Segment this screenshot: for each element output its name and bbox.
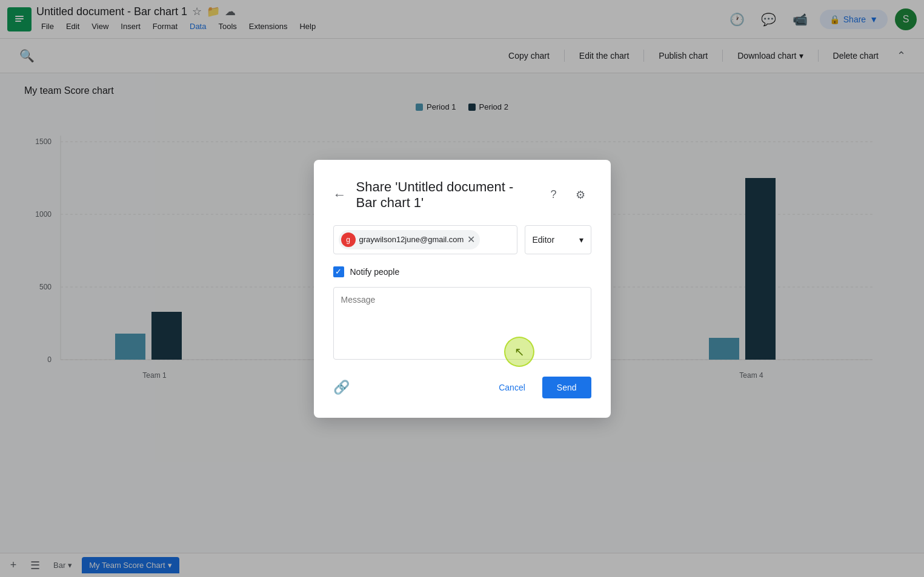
role-label: Editor xyxy=(533,235,555,245)
chip-email-text: graywilson12june@gmail.com xyxy=(359,235,464,244)
modal-icons: ? ⚙ xyxy=(543,184,591,206)
notify-label: Notify people xyxy=(350,267,400,277)
email-input-container[interactable]: g graywilson12june@gmail.com ✕ xyxy=(333,225,517,254)
share-input-row: g graywilson12june@gmail.com ✕ Editor ▾ xyxy=(333,225,591,254)
copy-link-icon[interactable]: 🔗 xyxy=(333,380,350,395)
settings-icon[interactable]: ⚙ xyxy=(570,184,591,206)
back-button[interactable]: ← xyxy=(333,187,347,203)
share-modal: ← Share 'Untitled document - Bar chart 1… xyxy=(314,160,611,418)
notify-checkbox[interactable]: ✓ xyxy=(333,266,344,277)
message-textarea[interactable] xyxy=(333,287,591,360)
modal-overlay: ↖ ← Share 'Untitled document - Bar chart… xyxy=(0,0,924,577)
notify-row: ✓ Notify people xyxy=(333,266,591,277)
modal-footer: 🔗 Cancel Send xyxy=(333,377,591,398)
role-chevron-icon: ▾ xyxy=(579,235,583,245)
footer-buttons: Cancel Send xyxy=(489,377,591,398)
chip-remove-button[interactable]: ✕ xyxy=(467,234,475,245)
role-select[interactable]: Editor ▾ xyxy=(525,225,591,254)
help-icon[interactable]: ? xyxy=(543,184,565,206)
modal-header: ← Share 'Untitled document - Bar chart 1… xyxy=(333,179,591,211)
chip-avatar: g xyxy=(341,232,356,247)
modal-title: Share 'Untitled document - Bar chart 1' xyxy=(356,179,533,211)
email-chip: g graywilson12june@gmail.com ✕ xyxy=(339,230,480,249)
send-button[interactable]: Send xyxy=(542,377,591,398)
cancel-button[interactable]: Cancel xyxy=(489,378,535,397)
